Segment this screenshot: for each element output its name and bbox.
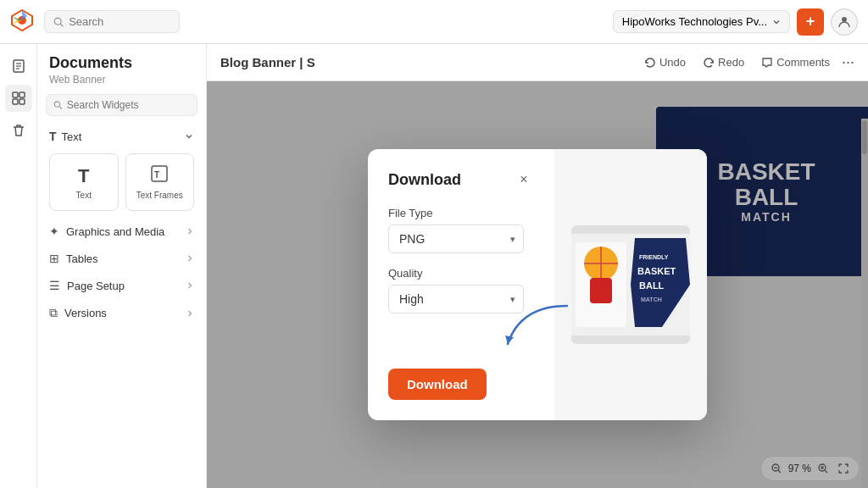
svg-text:T: T xyxy=(154,170,159,180)
top-navigation: HipoWorks Technologies Pv... + xyxy=(0,0,868,44)
svg-point-16 xyxy=(54,102,59,107)
download-modal: Download × File Type PNG JPEG PDF SVG xyxy=(368,149,707,420)
comments-label: Comments xyxy=(776,56,830,69)
modal-right-panel: FRIENDLY BASKET BALL MATCH xyxy=(554,149,707,420)
search-icon xyxy=(53,16,64,28)
file-type-label: File Type xyxy=(388,207,534,219)
sidebar-item-versions[interactable]: ⧉ Versions xyxy=(37,299,206,327)
toolbar-right: Undo Redo Comments ··· xyxy=(639,53,854,72)
sidebar-item-page-setup[interactable]: ☰ Page Setup xyxy=(37,272,206,299)
chevron-right-icon-3 xyxy=(186,281,194,290)
modal-overlay[interactable]: Download × File Type PNG JPEG PDF SVG xyxy=(207,81,868,488)
sidebar-icon-widgets[interactable] xyxy=(5,85,32,112)
text-icon: T xyxy=(49,130,57,143)
person-icon xyxy=(837,15,851,29)
company-name-label: HipoWorks Technologies Pv... xyxy=(622,15,767,28)
svg-rect-13 xyxy=(19,92,25,97)
comments-icon xyxy=(761,57,773,69)
svg-line-6 xyxy=(60,24,63,26)
panel-subtitle: Web Banner xyxy=(37,72,206,94)
text-frames-icon: T xyxy=(150,164,169,187)
chevron-right-icon-2 xyxy=(186,254,194,263)
modal-left-panel: Download × File Type PNG JPEG PDF SVG xyxy=(368,149,554,420)
sidebar-item-graphics[interactable]: ✦ Graphics and Media xyxy=(37,218,206,245)
text-card-frames[interactable]: T Text Frames xyxy=(125,153,195,211)
arrow-indicator xyxy=(504,302,571,352)
company-selector[interactable]: HipoWorks Technologies Pv... xyxy=(613,10,790,33)
undo-label: Undo xyxy=(659,56,686,69)
graphics-icon: ✦ xyxy=(49,225,59,238)
text-section-header[interactable]: T Text xyxy=(46,126,198,147)
text-cards-group: T Text T Text Frames xyxy=(46,147,198,218)
global-search[interactable] xyxy=(44,10,180,33)
svg-line-17 xyxy=(59,107,62,109)
graphics-label: Graphics and Media xyxy=(66,225,164,238)
banner-preview-svg: FRIENDLY BASKET BALL MATCH xyxy=(571,234,690,336)
file-type-select[interactable]: PNG JPEG PDF SVG xyxy=(388,225,524,253)
svg-rect-12 xyxy=(13,92,18,97)
search-input[interactable] xyxy=(69,15,170,28)
text-card-icon: T xyxy=(78,165,89,187)
svg-point-7 xyxy=(842,17,847,22)
page-setup-label: Page Setup xyxy=(67,280,125,292)
undo-icon xyxy=(644,57,656,69)
svg-rect-14 xyxy=(13,99,18,104)
download-button[interactable]: Download xyxy=(388,369,487,400)
modal-title: Download xyxy=(388,171,461,189)
sidebar-item-tables[interactable]: ⊞ Tables xyxy=(37,245,206,272)
sidebar-icon-document[interactable] xyxy=(5,53,32,80)
file-type-group: File Type PNG JPEG PDF SVG ▾ xyxy=(388,207,534,253)
chevron-right-icon-4 xyxy=(186,309,194,318)
modal-close-button[interactable]: × xyxy=(514,169,534,190)
sidebar-icon-trash[interactable] xyxy=(5,117,32,144)
svg-text:BASKET: BASKET xyxy=(637,266,676,276)
versions-icon: ⧉ xyxy=(49,306,58,320)
quality-label: Quality xyxy=(388,267,534,280)
add-button[interactable]: + xyxy=(797,8,824,36)
svg-point-5 xyxy=(54,18,61,25)
versions-label: Versions xyxy=(64,307,107,319)
comments-button[interactable]: Comments xyxy=(756,53,835,72)
tables-icon: ⊞ xyxy=(49,252,59,265)
page-setup-icon: ☰ xyxy=(49,279,60,292)
svg-text:BALL: BALL xyxy=(639,280,665,291)
chevron-right-icon xyxy=(186,227,194,236)
text-card-label: Text xyxy=(76,191,92,200)
svg-text:FRIENDLY: FRIENDLY xyxy=(639,254,669,260)
more-options-button[interactable]: ··· xyxy=(842,53,854,71)
redo-label: Redo xyxy=(718,56,744,69)
search-widgets-input[interactable] xyxy=(67,99,190,111)
svg-rect-33 xyxy=(590,278,612,303)
canvas-toolbar: Blog Banner | S Undo Redo Comments ··· xyxy=(207,44,868,81)
main-layout: Documents Web Banner T Text T Text xyxy=(0,44,868,488)
banner-thumbnail: FRIENDLY BASKET BALL MATCH xyxy=(571,225,690,344)
app-logo[interactable] xyxy=(10,8,34,36)
svg-rect-15 xyxy=(19,99,25,104)
svg-text:MATCH: MATCH xyxy=(641,297,662,302)
text-section: T Text T Text T Text Frames xyxy=(37,126,206,218)
tables-label: Tables xyxy=(66,252,98,265)
text-frames-label: Text Frames xyxy=(136,191,183,200)
chevron-down-icon xyxy=(184,131,194,141)
file-type-select-wrap: PNG JPEG PDF SVG ▾ xyxy=(388,225,524,253)
icon-sidebar xyxy=(0,44,37,488)
user-avatar[interactable] xyxy=(831,8,858,36)
canvas-content: BASKET BALL MATCH 97 % xyxy=(207,81,868,488)
search-widgets-bar[interactable] xyxy=(46,94,198,116)
left-panel: Documents Web Banner T Text T Text xyxy=(37,44,207,488)
search-widgets-icon xyxy=(53,100,63,110)
text-section-label: Text xyxy=(62,130,82,143)
panel-title: Documents xyxy=(37,54,206,72)
undo-button[interactable]: Undo xyxy=(639,53,691,72)
redo-button[interactable]: Redo xyxy=(698,53,749,72)
svg-marker-27 xyxy=(505,336,514,344)
canvas-area: Blog Banner | S Undo Redo Comments ··· xyxy=(207,44,868,488)
text-card-plain[interactable]: T Text xyxy=(49,153,119,211)
doc-title: Blog Banner | S xyxy=(220,55,315,69)
nav-right-group: HipoWorks Technologies Pv... + xyxy=(613,8,858,36)
redo-icon xyxy=(703,57,715,69)
chevron-down-icon xyxy=(772,18,781,26)
modal-header: Download × xyxy=(388,169,534,190)
